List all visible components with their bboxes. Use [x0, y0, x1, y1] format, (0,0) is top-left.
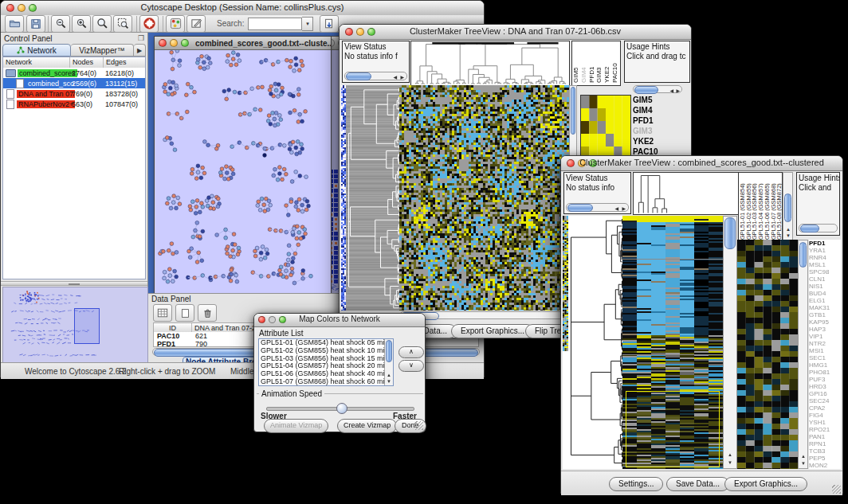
zoom-hscrollbar[interactable]: ◀ ▶ — [633, 85, 682, 93]
column-header-edges[interactable]: Edges — [104, 57, 145, 68]
column-label[interactable]: PFD1 — [588, 41, 596, 85]
search-input[interactable] — [248, 18, 302, 30]
global-overview-strip[interactable] — [563, 216, 568, 469]
gene-label[interactable]: MON2 — [809, 462, 841, 469]
tab-vizmapper[interactable]: VizMapper™ — [71, 44, 134, 57]
gene-label[interactable]: HAP3 — [809, 326, 841, 333]
gene-label[interactable]: NIS1 — [809, 283, 841, 290]
gene-label[interactable]: ELG1 — [809, 297, 841, 304]
gene-label[interactable]: BUD4 — [809, 290, 841, 297]
attribute-list-vscrollbar[interactable]: ▲ ▼ — [384, 339, 393, 385]
row-label[interactable]: GIM4 — [633, 105, 685, 115]
import-icon[interactable] — [320, 15, 339, 33]
gene-label[interactable]: RNR4 — [809, 254, 841, 261]
resize-grip[interactable] — [832, 485, 841, 494]
main-titlebar[interactable]: Cytoscape Desktop (Session Name: collins… — [1, 1, 484, 16]
create-vizmap-button[interactable]: Create Vizmap — [337, 419, 397, 433]
global-heatmap-vscrollbar[interactable]: ▲ ▼ — [723, 216, 737, 469]
network-view-canvas[interactable] — [155, 50, 331, 293]
column-label[interactable]: GPL51-03 (GSM856) — [751, 173, 757, 240]
view-status-hscrollbar[interactable]: ◀ ▶ — [344, 72, 407, 80]
column-label[interactable]: GPL51-08 (GSM872) — [775, 173, 782, 240]
column-labels-vscrollbar[interactable]: ▲ ▼ — [783, 172, 793, 240]
search-dropdown-arrow-icon[interactable]: ▾ — [302, 17, 313, 31]
gene-label[interactable]: SPC98 — [809, 268, 841, 275]
gene-label[interactable]: VIP1 — [809, 333, 841, 340]
zoom-fit-icon[interactable] — [113, 15, 132, 33]
network-table-row[interactable]: combined_scores2764(0)16218(0) — [3, 68, 145, 78]
column-label[interactable]: GIM4 — [580, 41, 588, 85]
annotation-icon[interactable] — [186, 15, 206, 33]
float-panel-icon[interactable]: ❐ — [138, 34, 144, 42]
gene-label[interactable]: PUF3 — [809, 376, 841, 383]
attribute-list-item[interactable]: GPL51-07 (GSM868) heat shock 60 min — [261, 378, 393, 386]
animate-vizmap-button[interactable]: Animate Vizmap — [264, 419, 328, 433]
delete-attribute-icon[interactable] — [198, 304, 217, 322]
attribute-table-icon[interactable] — [153, 304, 172, 322]
close-button[interactable] — [567, 159, 575, 167]
gene-label[interactable]: GTB1 — [809, 311, 841, 318]
gene-label[interactable]: NTR2 — [809, 340, 841, 347]
minimize-button[interactable] — [170, 39, 178, 47]
settings-button[interactable]: Settings... — [609, 477, 663, 491]
column-label[interactable]: GIM5 — [572, 41, 580, 85]
treeview1-titlebar[interactable]: ClusterMaker TreeView : DNA and Tran 07-… — [340, 25, 691, 40]
gene-label[interactable]: YRA1 — [809, 247, 841, 254]
zoom-in-icon[interactable] — [72, 15, 91, 33]
tab-overflow-arrow[interactable]: ▶ — [134, 44, 146, 57]
panel-divider[interactable] — [1, 281, 147, 286]
column-label[interactable]: GIM3 — [595, 41, 603, 85]
birdseye-view-canvas[interactable] — [2, 287, 148, 363]
export-graphics-button[interactable]: Export Graphics... — [451, 324, 534, 338]
gene-label[interactable]: CLN1 — [809, 275, 841, 283]
gene-label[interactable]: SEC24 — [809, 397, 841, 404]
column-header-nodes[interactable]: Nodes — [70, 57, 104, 68]
close-button[interactable] — [159, 39, 167, 47]
move-up-button[interactable]: ∧ — [398, 346, 424, 358]
column-header-id[interactable]: ID — [154, 323, 192, 332]
zoom-heatmap-canvas[interactable] — [737, 240, 798, 469]
gene-label[interactable]: MSL1 — [809, 261, 841, 268]
heatmap-canvas[interactable] — [399, 85, 569, 311]
gene-label[interactable]: MAK31 — [809, 304, 841, 311]
open-session-button[interactable] — [5, 15, 24, 33]
attribute-list[interactable]: GPL51-01 (GSM854) heat shock 05 minGPL51… — [258, 338, 394, 386]
gene-label[interactable]: GPI16 — [809, 390, 841, 397]
gene-label[interactable]: RPN1 — [809, 440, 841, 447]
column-label[interactable]: GPL51-04 (GSM857) — [757, 173, 764, 240]
column-label[interactable]: YKE2 — [603, 41, 611, 85]
column-label[interactable]: GPL51-06 (GSM865) — [764, 173, 770, 240]
gene-label[interactable]: HRD3 — [809, 383, 841, 390]
close-button[interactable] — [258, 316, 265, 323]
gene-list-vscrollbar[interactable]: ▲ ▼ — [798, 240, 808, 469]
column-dendrogram-canvas[interactable] — [633, 172, 740, 215]
help-lifering-icon[interactable] — [139, 15, 159, 33]
move-down-button[interactable]: ∨ — [398, 360, 424, 372]
gene-label[interactable]: PFD1 — [809, 240, 841, 247]
column-label[interactable]: GPL51-01 (GSM854) — [739, 173, 745, 240]
new-attribute-icon[interactable] — [175, 304, 194, 322]
gene-label[interactable]: SEC1 — [809, 354, 841, 361]
column-header-network[interactable]: Network — [3, 57, 70, 68]
row-dendrogram-canvas[interactable] — [568, 216, 622, 469]
slider-thumb[interactable] — [336, 403, 347, 414]
zoom-button[interactable] — [181, 39, 189, 47]
network-window-1[interactable]: combined_scores_good.txt--cluste... — [154, 36, 332, 293]
gene-label[interactable]: PHO81 — [809, 369, 841, 376]
zoom-out-icon[interactable] — [51, 15, 70, 33]
view-status-hscrollbar[interactable]: ◀ ▶ — [566, 203, 629, 212]
gene-label[interactable]: PAN1 — [809, 433, 841, 440]
resize-grip[interactable] — [414, 421, 423, 430]
network-table-row[interactable]: DNA and Tran 07769(0)183728(0) — [3, 88, 145, 99]
close-button[interactable] — [345, 28, 353, 36]
gene-label[interactable]: MSI1 — [809, 347, 841, 354]
tab-network[interactable]: Network — [2, 44, 71, 57]
dialog-titlebar[interactable]: Map Colors to Network — [254, 314, 425, 327]
node-attribute-icon[interactable] — [166, 15, 185, 33]
gene-label[interactable]: HMG1 — [809, 361, 841, 369]
network-table-row[interactable]: RNAPuberNov2+563(0)107847(0) — [3, 99, 145, 109]
gene-label[interactable]: CPA2 — [809, 404, 841, 412]
row-label[interactable]: GIM5 — [633, 95, 685, 105]
column-label[interactable]: PAC10 — [611, 41, 619, 85]
zoom-selected-icon[interactable] — [92, 15, 112, 33]
